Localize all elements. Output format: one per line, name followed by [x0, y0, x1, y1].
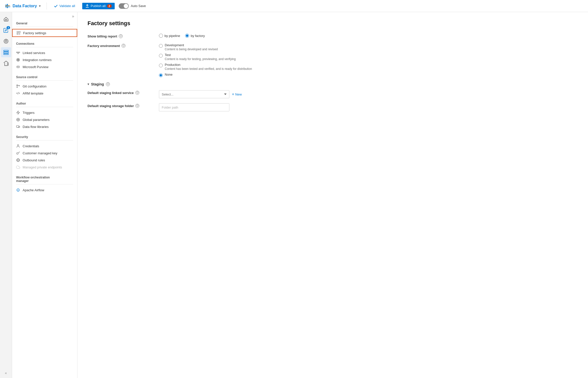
test-label: Test: [165, 53, 236, 57]
svg-line-30: [18, 92, 19, 94]
test-desc: Content is ready for testing, previewing…: [165, 57, 236, 61]
validate-all-button[interactable]: Validate all: [51, 3, 78, 9]
sidebar-item-customer-managed-key[interactable]: Customer managed key: [12, 150, 77, 157]
validate-icon: [54, 4, 58, 8]
production-label: Production: [165, 63, 252, 67]
by-factory-option[interactable]: by factory: [185, 34, 205, 38]
autosave-toggle[interactable]: Auto Save: [119, 3, 146, 9]
sidebar-collapse-btn[interactable]: »: [12, 12, 77, 19]
staging-folder-input[interactable]: [159, 103, 229, 111]
staging-service-select[interactable]: Select...: [159, 90, 229, 98]
sidebar-icon-home[interactable]: [1, 14, 11, 24]
icon-sidebar: 2 «: [0, 12, 12, 378]
by-pipeline-radio[interactable]: [159, 34, 163, 38]
dev-radio[interactable]: [159, 44, 163, 48]
staging-label: Staging: [91, 82, 104, 86]
app-logo[interactable]: Data Factory ▾: [3, 3, 43, 9]
arm-template-icon: [16, 91, 20, 95]
staging-folder-info-icon[interactable]: ⓘ: [135, 104, 139, 108]
svg-point-6: [5, 40, 7, 42]
staging-service-info-icon[interactable]: ⓘ: [135, 91, 139, 95]
sidebar-collapse-bottom[interactable]: «: [5, 371, 7, 378]
publish-icon: [85, 4, 89, 8]
svg-rect-10: [4, 54, 8, 55]
svg-point-36: [17, 153, 18, 154]
main-layout: 2 « » General Factory settings: [0, 12, 588, 378]
sidebar-workflow-section: Workflow orchestration manager Apache Ai…: [12, 173, 77, 196]
source-control-divider: [16, 80, 73, 81]
autosave-switch[interactable]: [119, 3, 129, 9]
billing-report-radio-group: by pipeline by factory: [159, 34, 205, 38]
by-factory-radio[interactable]: [185, 34, 189, 38]
sidebar-item-triggers[interactable]: Triggers: [12, 109, 77, 116]
credentials-label: Credentials: [23, 144, 39, 148]
sidebar-item-factory-settings[interactable]: Factory settings: [12, 29, 77, 37]
sidebar-security-section: Security Credentials Customer managed ke…: [12, 132, 77, 173]
security-title: Security: [12, 132, 77, 140]
collapse-chevron-icon[interactable]: «: [5, 371, 7, 375]
factory-environment-label: Factory environment ⓘ: [88, 43, 153, 48]
factory-settings-label: Factory settings: [23, 31, 46, 35]
sidebar-item-arm-template[interactable]: ARM template: [12, 90, 77, 97]
sidebar-item-credentials[interactable]: Credentials: [12, 143, 77, 150]
collapse-icon[interactable]: »: [72, 14, 74, 19]
data-flow-libraries-icon: [16, 125, 20, 129]
app-dropdown-chevron[interactable]: ▾: [39, 4, 40, 8]
author-badge: 2: [7, 26, 10, 29]
svg-rect-13: [19, 31, 20, 33]
dev-label: Development: [165, 43, 218, 47]
sidebar-icon-manage[interactable]: [1, 47, 11, 57]
factory-env-info-icon[interactable]: ⓘ: [121, 44, 125, 48]
none-option: None: [159, 73, 252, 77]
staging-chevron-icon: ▾: [88, 82, 89, 86]
workflow-title: Workflow orchestration manager: [12, 173, 77, 184]
author-title: Author: [12, 99, 77, 107]
git-configuration-label: Git configuration: [23, 84, 47, 88]
svg-rect-8: [4, 50, 8, 52]
sidebar-item-outbound-rules[interactable]: Outbound rules: [12, 157, 77, 164]
svg-rect-21: [18, 53, 19, 54]
triggers-label: Triggers: [23, 111, 34, 115]
sidebar-item-data-flow-libraries[interactable]: Data flow libraries: [12, 123, 77, 130]
staging-header[interactable]: ▾ Staging ⓘ: [88, 82, 578, 86]
test-radio[interactable]: [159, 54, 163, 58]
sidebar-item-git-configuration[interactable]: Git configuration: [12, 83, 77, 90]
publish-badge: 2: [107, 4, 112, 8]
staging-info-icon[interactable]: ⓘ: [106, 82, 110, 86]
factory-environment-row: Factory environment ⓘ Development Conten…: [88, 43, 578, 77]
new-linked-service-button[interactable]: + New: [232, 92, 242, 97]
svg-point-26: [17, 65, 20, 68]
svg-rect-9: [4, 52, 8, 53]
page-title: Factory settings: [88, 20, 578, 27]
production-radio[interactable]: [159, 64, 163, 67]
svg-rect-17: [19, 52, 20, 53]
managed-private-endpoints-icon: [16, 165, 20, 169]
by-pipeline-option[interactable]: by pipeline: [159, 34, 180, 38]
app-name: Data Factory: [13, 4, 37, 8]
sidebar-item-microsoft-purview[interactable]: Microsoft Purview: [12, 63, 77, 70]
connections-divider: [16, 47, 73, 47]
sidebar-item-linked-services[interactable]: Linked services: [12, 49, 77, 56]
none-radio[interactable]: [159, 73, 163, 77]
sidebar-connections-section: Connections Linked services Integration …: [12, 39, 77, 72]
sidebar-icon-author[interactable]: 2: [1, 25, 11, 35]
none-label: None: [165, 73, 173, 76]
sidebar-item-integration-runtimes[interactable]: Integration runtimes: [12, 56, 77, 63]
sidebar-general-section: General Factory settings: [12, 19, 77, 39]
sidebar-item-apache-airflow[interactable]: Apache Airflow: [12, 186, 77, 194]
billing-report-label: Show billing report ⓘ: [88, 34, 153, 38]
sidebar-icon-learn[interactable]: [1, 58, 11, 68]
plus-icon: +: [232, 92, 234, 97]
staging-folder-label: Default staging storage folder ⓘ: [88, 103, 153, 108]
test-option: Test Content is ready for testing, previ…: [159, 53, 252, 61]
publish-all-button[interactable]: Publish all 2: [82, 3, 115, 9]
sidebar-icon-monitor[interactable]: [1, 36, 11, 46]
factory-environment-options: Development Content is being developed a…: [159, 43, 252, 77]
managed-private-endpoints-label: Managed private endpoints: [23, 165, 62, 169]
integration-runtimes-icon: [16, 58, 20, 62]
billing-report-info-icon[interactable]: ⓘ: [119, 34, 123, 38]
workflow-divider: [16, 184, 73, 184]
microsoft-purview-label: Microsoft Purview: [23, 65, 49, 69]
sidebar-item-global-parameters[interactable]: Global parameters: [12, 116, 77, 123]
svg-rect-12: [17, 33, 18, 34]
